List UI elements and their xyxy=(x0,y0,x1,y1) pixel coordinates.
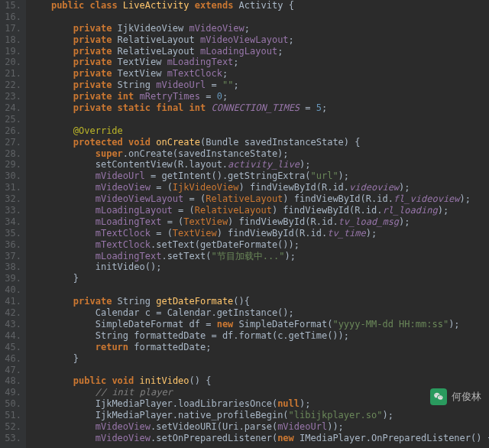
code-line[interactable]: private int mRetryTimes = 0; xyxy=(29,91,489,102)
line-number: 35. xyxy=(3,228,21,239)
line-number: 32. xyxy=(3,193,21,205)
code-line[interactable]: } xyxy=(29,273,489,284)
line-number: 22. xyxy=(3,80,21,91)
code-line[interactable]: mLoadingLayout = (RelativeLayout) findVi… xyxy=(29,205,489,216)
code-line[interactable] xyxy=(29,365,489,376)
wechat-watermark: 何俊林 xyxy=(430,388,481,405)
code-line[interactable]: mVideoView.setOnPreparedListener(new IMe… xyxy=(29,433,489,444)
line-number: 48. xyxy=(3,375,21,387)
code-editor[interactable]: 15.16.17.18.19.20.21.22.23.24.25.26.27.2… xyxy=(0,0,489,448)
line-number: 41. xyxy=(3,296,21,307)
code-line[interactable]: mVideoView = (IjkVideoView) findViewById… xyxy=(29,182,489,193)
line-number: 49. xyxy=(3,387,21,398)
line-number: 39. xyxy=(3,273,21,284)
line-number: 42. xyxy=(3,307,21,319)
line-number: 37. xyxy=(3,251,21,262)
watermark-label: 何俊林 xyxy=(452,391,481,403)
line-number: 26. xyxy=(3,125,21,137)
line-number: 31. xyxy=(3,182,21,193)
code-line[interactable]: @Override xyxy=(29,125,489,137)
line-number: 24. xyxy=(3,102,21,114)
line-number-gutter: 15.16.17.18.19.20.21.22.23.24.25.26.27.2… xyxy=(0,0,26,448)
line-number: 20. xyxy=(3,57,21,68)
code-line[interactable]: IjkMediaPlayer.loadLibrariesOnce(null); xyxy=(29,398,489,410)
code-line[interactable]: } xyxy=(29,353,489,365)
line-number: 44. xyxy=(3,330,21,342)
wechat-icon xyxy=(430,388,447,405)
code-line[interactable]: private String getDateFormate(){ xyxy=(29,296,489,307)
code-line[interactable] xyxy=(29,284,489,296)
code-line[interactable]: public class LiveActivity extends Activi… xyxy=(29,0,489,11)
code-line[interactable]: private RelativeLayout mVideoViewLayout; xyxy=(29,34,489,46)
code-line[interactable]: private String mVideoUrl = ""; xyxy=(29,80,489,91)
code-line[interactable] xyxy=(29,114,489,125)
code-line[interactable]: mVideoUrl = getIntent().getStringExtra("… xyxy=(29,170,489,182)
code-line[interactable]: mLoadingText.setText("节目加载中..."); xyxy=(29,251,489,262)
line-number: 21. xyxy=(3,68,21,80)
code-line[interactable] xyxy=(29,11,489,23)
line-number: 17. xyxy=(3,23,21,34)
code-line[interactable]: private RelativeLayout mLoadingLayout; xyxy=(29,46,489,57)
code-line[interactable]: Calendar c = Calendar.getInstance(); xyxy=(29,307,489,319)
line-number: 53. xyxy=(3,433,21,444)
line-number: 47. xyxy=(3,365,21,376)
code-line[interactable]: private IjkVideoView mVideoView; xyxy=(29,23,489,34)
line-number: 15. xyxy=(3,0,21,11)
code-line[interactable]: SimpleDateFormat df = new SimpleDateForm… xyxy=(29,319,489,330)
code-line[interactable]: super.onCreate(savedInstanceState); xyxy=(29,148,489,160)
line-number: 19. xyxy=(3,46,21,57)
code-line[interactable]: private TextView mLoadingText; xyxy=(29,57,489,68)
line-number: 52. xyxy=(3,421,21,433)
line-number: 51. xyxy=(3,410,21,421)
code-area[interactable]: public class LiveActivity extends Activi… xyxy=(26,0,489,448)
code-line[interactable]: initVideo(); xyxy=(29,261,489,273)
line-number: 29. xyxy=(3,159,21,170)
line-number: 28. xyxy=(3,148,21,160)
line-number: 43. xyxy=(3,319,21,330)
line-number: 30. xyxy=(3,170,21,182)
code-line[interactable]: mVideoView.setVideoURI(Uri.parse(mVideoU… xyxy=(29,421,489,433)
code-line[interactable]: mVideoViewLayout = (RelativeLayout) find… xyxy=(29,193,489,205)
line-number: 40. xyxy=(3,284,21,296)
code-line[interactable]: private TextView mTextClock; xyxy=(29,68,489,80)
code-line[interactable]: mTextClock = (TextView) findViewById(R.i… xyxy=(29,228,489,239)
code-line[interactable]: private static final int CONNECTION_TIME… xyxy=(29,102,489,114)
code-line[interactable]: IjkMediaPlayer.native_profileBegin("libi… xyxy=(29,410,489,421)
code-line[interactable]: setContentView(R.layout.activity_live); xyxy=(29,159,489,170)
code-line[interactable]: mLoadingText = (TextView) findViewById(R… xyxy=(29,216,489,228)
line-number: 33. xyxy=(3,205,21,216)
line-number: 34. xyxy=(3,216,21,228)
line-number: 25. xyxy=(3,114,21,125)
code-line[interactable]: // init player xyxy=(29,387,489,398)
code-line[interactable]: protected void onCreate(Bundle savedInst… xyxy=(29,137,489,148)
line-number: 46. xyxy=(3,353,21,365)
line-number: 23. xyxy=(3,91,21,102)
line-number: 27. xyxy=(3,137,21,148)
code-line[interactable]: return formattedDate; xyxy=(29,342,489,353)
line-number: 18. xyxy=(3,34,21,46)
line-number: 50. xyxy=(3,398,21,410)
line-number: 45. xyxy=(3,342,21,353)
code-line[interactable]: public void initVideo() { xyxy=(29,375,489,387)
line-number: 16. xyxy=(3,11,21,23)
code-line[interactable]: mTextClock.setText(getDateFormate()); xyxy=(29,239,489,251)
code-line[interactable]: String formattedDate = df.format(c.getTi… xyxy=(29,330,489,342)
line-number: 36. xyxy=(3,239,21,251)
line-number: 38. xyxy=(3,261,21,273)
